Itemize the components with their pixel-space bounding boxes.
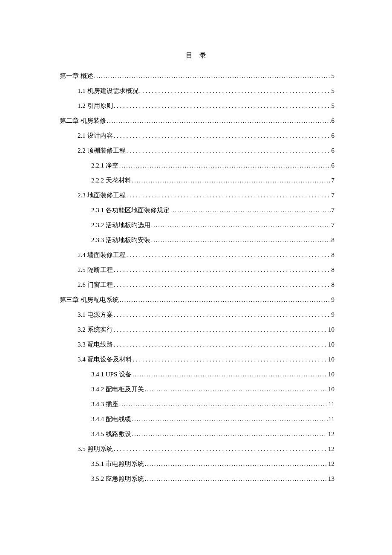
toc-entry-page: 12	[328, 431, 334, 438]
toc-entry-label: 3.1 电源方案	[78, 311, 113, 319]
toc-entry-page: 12	[328, 445, 334, 453]
toc-entry[interactable]: 2.3.3 活动地板旳安装8	[91, 236, 334, 251]
toc-entry-label: 2.2 顶棚装修工程	[78, 147, 126, 155]
toc-entry[interactable]: 第二章 机房装修6	[60, 117, 334, 132]
toc-entry-page: 5	[331, 72, 335, 80]
toc-entry[interactable]: 3.2 系统实行10	[78, 326, 334, 341]
toc-leader	[127, 192, 331, 199]
toc-entry-page: 6	[331, 117, 335, 124]
toc-entry[interactable]: 3.4.2 配电柜及开关10	[91, 385, 334, 400]
toc-entry-label: 3.5.2 应急照明系统	[91, 475, 144, 483]
toc-entry-label: 2.5 隔断工程	[78, 266, 113, 274]
toc-entry-label: 3.4 配电设备及材料	[78, 356, 132, 364]
toc-leader	[139, 87, 331, 95]
toc-leader	[94, 72, 331, 80]
toc-entry-label: 3.2 系统实行	[78, 326, 113, 334]
toc-entry[interactable]: 第三章 机房配电系统9	[60, 296, 334, 311]
toc-entry-page: 10	[328, 356, 334, 363]
toc-entry[interactable]: 3.3 配电线路10	[78, 341, 334, 356]
toc-entry-label: 3.4.2 配电柜及开关	[91, 385, 144, 393]
toc-entry-label: 2.3 地面装修工程	[78, 191, 126, 199]
toc-leader	[114, 326, 328, 333]
toc-entry[interactable]: 2.1 设计内容6	[78, 132, 334, 147]
toc-entry-label: 3.4.3 插座	[91, 400, 118, 408]
toc-entry-label: 2.1 设计内容	[78, 132, 113, 140]
toc-entry-page: 7	[331, 192, 335, 199]
toc-entry[interactable]: 第一章 概述5	[60, 72, 334, 87]
toc-entry[interactable]: 1.1 机房建设需求概况5	[78, 87, 334, 102]
page-container: 目 录 第一章 概述51.1 机房建设需求概况51.2 引用原则5第二章 机房装…	[0, 0, 392, 490]
toc-entry[interactable]: 3.5.2 应急照明系统13	[91, 475, 334, 490]
toc-entry[interactable]: 2.2.2 天花材料7	[91, 176, 334, 191]
toc-entry[interactable]: 3.4 配电设备及材料10	[78, 356, 334, 370]
toc-entry-page: 5	[331, 102, 335, 110]
toc-entry-page: 8	[331, 266, 335, 274]
toc-entry-page: 7	[331, 222, 335, 229]
toc-leader	[114, 311, 331, 318]
toc-leader	[119, 162, 331, 169]
toc-leader	[114, 266, 331, 274]
toc-list: 第一章 概述51.1 机房建设需求概况51.2 引用原则5第二章 机房装修62.…	[60, 72, 334, 490]
toc-entry-page: 12	[328, 460, 334, 468]
toc-entry[interactable]: 3.5 照明系统12	[78, 445, 334, 460]
toc-entry-label: 1.2 引用原则	[78, 102, 113, 110]
toc-entry[interactable]: 2.4 墙面装修工程8	[78, 251, 334, 266]
toc-leader	[120, 296, 331, 304]
toc-entry-label: 第二章 机房装修	[60, 117, 106, 125]
toc-leader	[119, 401, 328, 408]
toc-entry-page: 7	[331, 207, 335, 214]
toc-leader	[114, 445, 328, 453]
toc-leader	[132, 416, 328, 423]
toc-entry-label: 第三章 机房配电系统	[60, 296, 119, 304]
toc-entry-page: 8	[331, 281, 335, 289]
toc-entry[interactable]: 2.5 隔断工程8	[78, 266, 334, 281]
toc-leader	[145, 460, 327, 468]
toc-entry-page: 8	[331, 237, 335, 244]
toc-leader	[132, 431, 327, 438]
toc-entry-label: 1.1 机房建设需求概况	[78, 87, 138, 95]
toc-entry-page: 5	[331, 87, 335, 95]
toc-entry-page: 6	[331, 132, 335, 139]
toc-leader	[132, 177, 331, 184]
toc-entry[interactable]: 2.2.1 净空6	[91, 162, 334, 176]
toc-entry-page: 10	[328, 386, 334, 393]
toc-entry-page: 11	[329, 416, 334, 423]
toc-entry-label: 2.3.1 各功能区地面装修规定	[91, 206, 170, 214]
toc-leader	[107, 117, 331, 124]
toc-leader	[127, 147, 331, 154]
toc-entry-page: 9	[331, 296, 335, 304]
toc-entry[interactable]: 3.4.1 UPS 设备10	[91, 370, 334, 385]
toc-leader	[145, 386, 327, 393]
toc-entry-page: 6	[331, 162, 335, 169]
toc-entry-label: 2.2.2 天花材料	[91, 176, 131, 185]
toc-entry-label: 3.3 配电线路	[78, 341, 113, 349]
toc-entry-page: 10	[328, 341, 334, 348]
toc-entry-label: 3.5 照明系统	[78, 445, 113, 453]
toc-entry[interactable]: 3.4.3 插座11	[91, 400, 334, 415]
toc-entry[interactable]: 2.3 地面装修工程7	[78, 191, 334, 206]
toc-entry-label: 3.4.4 配电线缆	[91, 415, 131, 423]
toc-entry[interactable]: 2.3.2 活动地板旳选用7	[91, 221, 334, 236]
toc-entry-label: 2.3.2 活动地板旳选用	[91, 221, 150, 229]
toc-entry[interactable]: 2.6 门窗工程8	[78, 281, 334, 296]
toc-leader	[151, 237, 331, 244]
toc-entry[interactable]: 3.5.1 市电照明系统12	[91, 460, 334, 475]
toc-entry-label: 2.6 门窗工程	[78, 281, 113, 289]
toc-leader	[114, 281, 331, 289]
toc-entry[interactable]: 3.4.5 线路敷设12	[91, 430, 334, 445]
toc-entry-label: 第一章 概述	[60, 72, 93, 80]
toc-leader	[133, 371, 327, 378]
toc-entry[interactable]: 1.2 引用原则5	[78, 102, 334, 117]
toc-entry-page: 9	[331, 311, 335, 318]
toc-entry-label: 3.4.1 UPS 设备	[91, 370, 132, 379]
toc-title: 目 录	[60, 51, 334, 60]
toc-entry-label: 3.4.5 线路敷设	[91, 430, 131, 438]
toc-entry[interactable]: 2.2 顶棚装修工程6	[78, 147, 334, 162]
toc-entry[interactable]: 3.4.4 配电线缆11	[91, 415, 334, 430]
toc-leader	[114, 132, 331, 139]
toc-leader	[114, 341, 328, 348]
toc-entry[interactable]: 2.3.1 各功能区地面装修规定7	[91, 206, 334, 221]
toc-entry[interactable]: 3.1 电源方案9	[78, 311, 334, 326]
toc-entry-page: 6	[331, 147, 335, 154]
toc-entry-page: 11	[329, 401, 334, 408]
